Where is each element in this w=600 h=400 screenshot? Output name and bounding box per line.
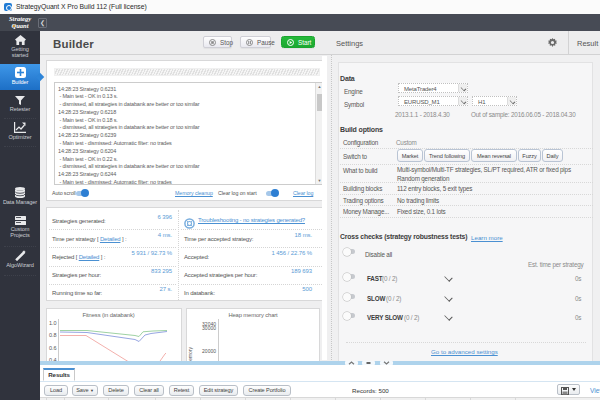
svg-text:0.6: 0.6 (49, 345, 57, 351)
svg-text:1.0: 1.0 (49, 320, 57, 326)
svg-text:20000: 20000 (202, 348, 216, 354)
svg-text:0.8: 0.8 (49, 332, 57, 338)
svg-text:30000: 30000 (202, 325, 216, 331)
